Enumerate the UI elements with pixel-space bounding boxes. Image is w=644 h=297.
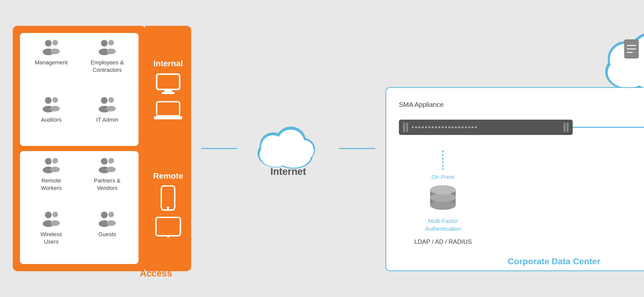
sma-dot	[462, 126, 464, 128]
database-icon	[428, 184, 458, 214]
ldap-section: On-Prem Multi-Factor Authentication LDAP…	[414, 150, 472, 245]
offsite-apps-icon-container: Applications & Data	[623, 39, 644, 62]
svg-point-6	[108, 40, 114, 45]
svg-rect-40	[156, 217, 180, 236]
svg-point-22	[108, 158, 114, 164]
sma-dot	[438, 126, 440, 128]
sma-dot	[418, 126, 420, 128]
sma-dot	[415, 126, 417, 128]
internet-section: Internet	[201, 97, 375, 200]
user-guests: Guests	[80, 210, 134, 259]
sma-dot	[425, 126, 427, 128]
svg-point-39	[167, 206, 170, 209]
right-section: Applications & Data Off-Site SMA Applian…	[385, 26, 644, 271]
it-admin-label: IT Admin	[96, 116, 118, 124]
ldap-label: LDAP / AD / RADIUS	[414, 238, 472, 245]
sma-dot	[448, 126, 450, 128]
svg-rect-36	[157, 102, 180, 116]
user-management: Management	[25, 39, 78, 91]
guests-label: Guests	[98, 231, 116, 238]
svg-point-31	[107, 220, 116, 226]
guests-icon	[97, 210, 118, 229]
sma-dot	[435, 126, 437, 128]
internal-users-box: Management Employees & Contractors	[20, 33, 139, 146]
sma-dot	[442, 126, 444, 128]
mfa-label: Multi-Factor Authentication	[425, 217, 461, 233]
corp-label-wrapper: Corporate Data Center	[386, 256, 644, 266]
corp-label: Corporate Data Center	[508, 256, 601, 266]
it-admin-icon	[97, 96, 118, 114]
offsite-document-icon	[623, 39, 642, 62]
sma-appliance-row: Applications & Data	[399, 112, 644, 143]
svg-point-3	[51, 49, 60, 54]
svg-point-30	[108, 212, 114, 217]
svg-point-8	[45, 97, 52, 104]
svg-point-26	[52, 212, 58, 217]
sma-dots	[412, 126, 560, 128]
user-partners: Partners & Vendors	[80, 157, 134, 206]
svg-point-28	[101, 212, 108, 218]
wireless-label: Wireless Users	[40, 231, 62, 245]
svg-point-7	[107, 49, 116, 54]
svg-point-18	[52, 158, 58, 164]
sma-dot	[455, 126, 457, 128]
sma-dot	[452, 126, 454, 128]
svg-point-0	[45, 40, 52, 47]
access-panel: Management Employees & Contractors	[13, 26, 146, 271]
sma-bar	[399, 120, 573, 135]
svg-point-14	[108, 97, 114, 103]
svg-rect-35	[162, 92, 175, 94]
svg-point-4	[101, 40, 108, 47]
wireless-icon	[41, 210, 62, 229]
sma-to-apps-line	[573, 120, 644, 135]
svg-point-27	[51, 220, 60, 226]
tablet-icon	[154, 217, 182, 238]
connector-line-right	[324, 97, 375, 200]
svg-rect-33	[157, 74, 180, 89]
user-wireless: Wireless Users	[25, 210, 78, 259]
user-employees: Employees & Contractors	[80, 39, 134, 91]
sma-dot	[475, 126, 477, 128]
svg-point-10	[52, 97, 58, 103]
onprem-label: On-Prem	[432, 174, 454, 180]
management-label: Management	[35, 59, 67, 66]
remote-workers-icon	[41, 157, 62, 175]
laptop-icon	[154, 100, 182, 121]
ldap-mfa-section: On-Prem Multi-Factor Authentication LDAP…	[414, 150, 644, 245]
sma-dot	[432, 126, 434, 128]
svg-point-19	[51, 167, 60, 172]
internet-cloud-container: Internet	[252, 120, 324, 177]
internal-label: Internal	[153, 59, 183, 68]
svg-point-16	[45, 158, 52, 165]
svg-point-20	[101, 158, 108, 165]
device-column: Internal Remote	[145, 26, 191, 271]
svg-point-41	[167, 235, 169, 238]
access-bottom-label: Access	[140, 268, 172, 279]
sma-port-3	[564, 123, 566, 132]
offsite-cloud-wrapper: Applications & Data	[600, 26, 644, 93]
sma-dot	[468, 126, 470, 128]
svg-point-12	[101, 97, 108, 104]
sma-dot	[412, 126, 414, 128]
remote-users-box: Remote Workers Partners & Vendors	[20, 151, 139, 264]
svg-rect-37	[154, 116, 182, 119]
management-icon	[41, 39, 62, 57]
sma-section: SMA Appliance	[399, 101, 644, 143]
remote-workers-label: Remote Workers	[41, 177, 62, 192]
svg-point-15	[107, 106, 116, 111]
user-auditors: Auditors	[25, 96, 78, 141]
employees-icon	[97, 39, 118, 57]
sma-dot	[422, 126, 424, 128]
sma-port-2	[406, 123, 408, 132]
sma-dot	[428, 126, 430, 128]
user-remote-workers: Remote Workers	[25, 157, 78, 206]
sma-dot	[445, 126, 447, 128]
svg-point-53	[293, 140, 314, 161]
diagram: Management Employees & Contractors	[13, 13, 631, 284]
svg-point-24	[45, 212, 52, 218]
svg-point-11	[51, 106, 60, 111]
svg-rect-38	[162, 186, 175, 210]
remote-label: Remote	[153, 171, 183, 181]
svg-point-23	[107, 167, 116, 172]
sma-dot	[458, 126, 460, 128]
